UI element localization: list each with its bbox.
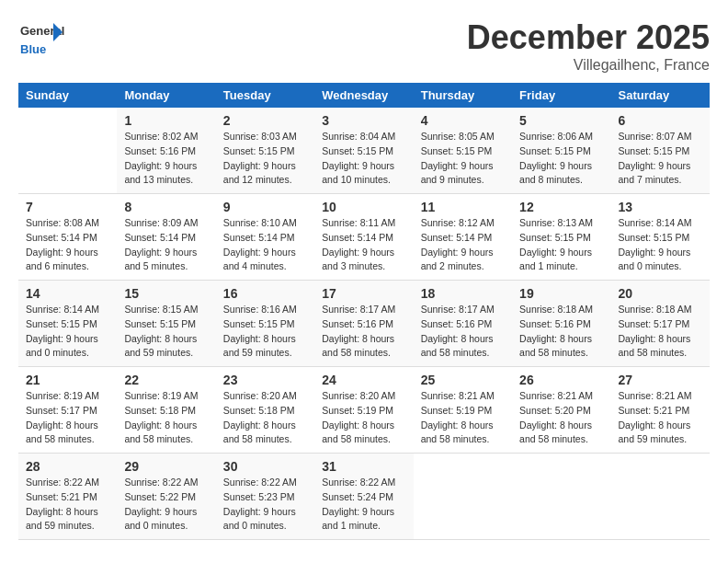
day-info: Sunrise: 8:17 AMSunset: 5:16 PMDaylight:…	[322, 303, 405, 361]
day-number: 22	[124, 373, 208, 387]
calendar-cell: 3Sunrise: 8:04 AMSunset: 5:15 PMDaylight…	[314, 108, 413, 194]
calendar-cell: 6Sunrise: 8:07 AMSunset: 5:15 PMDaylight…	[611, 108, 710, 194]
day-number: 3	[322, 113, 405, 128]
day-number: 30	[223, 459, 307, 474]
calendar-cell: 31Sunrise: 8:22 AMSunset: 5:24 PMDayligh…	[314, 454, 413, 540]
day-info: Sunrise: 8:18 AMSunset: 5:16 PMDaylight:…	[519, 303, 603, 361]
day-info: Sunrise: 8:22 AMSunset: 5:22 PMDaylight:…	[124, 476, 208, 534]
calendar-header-friday: Friday	[512, 83, 610, 108]
calendar-header-saturday: Saturday	[611, 83, 710, 108]
day-info: Sunrise: 8:14 AMSunset: 5:15 PMDaylight:…	[26, 303, 109, 361]
day-number: 31	[322, 459, 405, 474]
calendar-header-sunday: Sunday	[18, 83, 117, 108]
day-info: Sunrise: 8:19 AMSunset: 5:18 PMDaylight:…	[124, 389, 208, 447]
calendar-cell: 13Sunrise: 8:14 AMSunset: 5:15 PMDayligh…	[611, 194, 710, 281]
day-number: 8	[124, 200, 208, 214]
calendar-cell: 23Sunrise: 8:20 AMSunset: 5:18 PMDayligh…	[216, 367, 314, 454]
calendar-cell	[512, 454, 610, 540]
day-number: 27	[619, 373, 702, 387]
day-info: Sunrise: 8:14 AMSunset: 5:15 PMDaylight:…	[619, 216, 702, 274]
day-number: 6	[619, 113, 702, 128]
day-number: 25	[421, 373, 505, 387]
day-number: 5	[519, 113, 603, 128]
day-info: Sunrise: 8:21 AMSunset: 5:21 PMDaylight:…	[619, 389, 702, 447]
day-number: 19	[519, 286, 603, 301]
day-number: 11	[421, 200, 505, 214]
week-row-5: 28Sunrise: 8:22 AMSunset: 5:21 PMDayligh…	[18, 454, 710, 540]
day-info: Sunrise: 8:04 AMSunset: 5:15 PMDaylight:…	[322, 130, 405, 188]
week-row-4: 21Sunrise: 8:19 AMSunset: 5:17 PMDayligh…	[18, 367, 710, 454]
day-number: 23	[223, 373, 307, 387]
title-section: December 2025 Villegailhenc, France	[467, 18, 710, 74]
day-info: Sunrise: 8:09 AMSunset: 5:14 PMDaylight:…	[124, 216, 208, 274]
day-info: Sunrise: 8:13 AMSunset: 5:15 PMDaylight:…	[519, 216, 603, 274]
day-number: 14	[26, 286, 109, 301]
page-header: General Blue December 2025 Villegailhenc…	[18, 18, 710, 74]
day-number: 18	[421, 286, 505, 301]
day-number: 20	[619, 286, 702, 301]
calendar-cell: 16Sunrise: 8:16 AMSunset: 5:15 PMDayligh…	[216, 281, 314, 367]
logo: General Blue	[18, 18, 64, 60]
day-info: Sunrise: 8:22 AMSunset: 5:24 PMDaylight:…	[322, 476, 405, 534]
day-info: Sunrise: 8:11 AMSunset: 5:14 PMDaylight:…	[322, 216, 405, 274]
calendar-cell: 7Sunrise: 8:08 AMSunset: 5:14 PMDaylight…	[18, 194, 117, 281]
day-number: 15	[124, 286, 208, 301]
day-info: Sunrise: 8:07 AMSunset: 5:15 PMDaylight:…	[619, 130, 702, 188]
day-info: Sunrise: 8:20 AMSunset: 5:19 PMDaylight:…	[322, 389, 405, 447]
calendar-cell: 19Sunrise: 8:18 AMSunset: 5:16 PMDayligh…	[512, 281, 610, 367]
day-info: Sunrise: 8:16 AMSunset: 5:15 PMDaylight:…	[223, 303, 307, 361]
day-number: 13	[619, 200, 702, 214]
day-info: Sunrise: 8:15 AMSunset: 5:15 PMDaylight:…	[124, 303, 208, 361]
calendar-header-monday: Monday	[117, 83, 215, 108]
calendar-header-row: SundayMondayTuesdayWednesdayThursdayFrid…	[18, 83, 710, 108]
day-info: Sunrise: 8:19 AMSunset: 5:17 PMDaylight:…	[26, 389, 109, 447]
day-info: Sunrise: 8:17 AMSunset: 5:16 PMDaylight:…	[421, 303, 505, 361]
calendar-header-tuesday: Tuesday	[216, 83, 314, 108]
svg-text:Blue: Blue	[20, 42, 46, 56]
day-number: 16	[223, 286, 307, 301]
day-info: Sunrise: 8:02 AMSunset: 5:16 PMDaylight:…	[124, 130, 208, 188]
day-number: 17	[322, 286, 405, 301]
calendar-cell: 26Sunrise: 8:21 AMSunset: 5:20 PMDayligh…	[512, 367, 610, 454]
day-info: Sunrise: 8:08 AMSunset: 5:14 PMDaylight:…	[26, 216, 109, 274]
calendar-cell: 28Sunrise: 8:22 AMSunset: 5:21 PMDayligh…	[18, 454, 117, 540]
calendar-cell: 5Sunrise: 8:06 AMSunset: 5:15 PMDaylight…	[512, 108, 610, 194]
calendar-cell: 20Sunrise: 8:18 AMSunset: 5:17 PMDayligh…	[611, 281, 710, 367]
day-info: Sunrise: 8:21 AMSunset: 5:19 PMDaylight:…	[421, 389, 505, 447]
location-subtitle: Villegailhenc, France	[467, 57, 710, 74]
calendar-cell	[18, 108, 117, 194]
day-info: Sunrise: 8:03 AMSunset: 5:15 PMDaylight:…	[223, 130, 307, 188]
day-number: 1	[124, 113, 208, 128]
week-row-1: 1Sunrise: 8:02 AMSunset: 5:16 PMDaylight…	[18, 108, 710, 194]
day-number: 9	[223, 200, 307, 214]
calendar-cell: 27Sunrise: 8:21 AMSunset: 5:21 PMDayligh…	[611, 367, 710, 454]
calendar-cell: 22Sunrise: 8:19 AMSunset: 5:18 PMDayligh…	[117, 367, 215, 454]
day-info: Sunrise: 8:18 AMSunset: 5:17 PMDaylight:…	[619, 303, 702, 361]
day-info: Sunrise: 8:20 AMSunset: 5:18 PMDaylight:…	[223, 389, 307, 447]
calendar-cell: 8Sunrise: 8:09 AMSunset: 5:14 PMDaylight…	[117, 194, 215, 281]
calendar-cell: 30Sunrise: 8:22 AMSunset: 5:23 PMDayligh…	[216, 454, 314, 540]
calendar-cell: 17Sunrise: 8:17 AMSunset: 5:16 PMDayligh…	[314, 281, 413, 367]
day-number: 7	[26, 200, 109, 214]
calendar-cell: 12Sunrise: 8:13 AMSunset: 5:15 PMDayligh…	[512, 194, 610, 281]
week-row-3: 14Sunrise: 8:14 AMSunset: 5:15 PMDayligh…	[18, 281, 710, 367]
logo-svg: General Blue	[18, 18, 64, 60]
calendar-cell: 25Sunrise: 8:21 AMSunset: 5:19 PMDayligh…	[414, 367, 512, 454]
day-info: Sunrise: 8:10 AMSunset: 5:14 PMDaylight:…	[223, 216, 307, 274]
day-number: 4	[421, 113, 505, 128]
calendar-cell: 18Sunrise: 8:17 AMSunset: 5:16 PMDayligh…	[414, 281, 512, 367]
day-info: Sunrise: 8:22 AMSunset: 5:23 PMDaylight:…	[223, 476, 307, 534]
day-number: 12	[519, 200, 603, 214]
calendar-cell	[414, 454, 512, 540]
calendar-cell: 24Sunrise: 8:20 AMSunset: 5:19 PMDayligh…	[314, 367, 413, 454]
month-title: December 2025	[467, 18, 710, 57]
day-number: 10	[322, 200, 405, 214]
day-info: Sunrise: 8:12 AMSunset: 5:14 PMDaylight:…	[421, 216, 505, 274]
calendar-cell: 2Sunrise: 8:03 AMSunset: 5:15 PMDaylight…	[216, 108, 314, 194]
day-number: 21	[26, 373, 109, 387]
calendar-header-wednesday: Wednesday	[314, 83, 413, 108]
calendar-cell: 9Sunrise: 8:10 AMSunset: 5:14 PMDaylight…	[216, 194, 314, 281]
day-number: 2	[223, 113, 307, 128]
calendar-cell: 4Sunrise: 8:05 AMSunset: 5:15 PMDaylight…	[414, 108, 512, 194]
day-info: Sunrise: 8:06 AMSunset: 5:15 PMDaylight:…	[519, 130, 603, 188]
